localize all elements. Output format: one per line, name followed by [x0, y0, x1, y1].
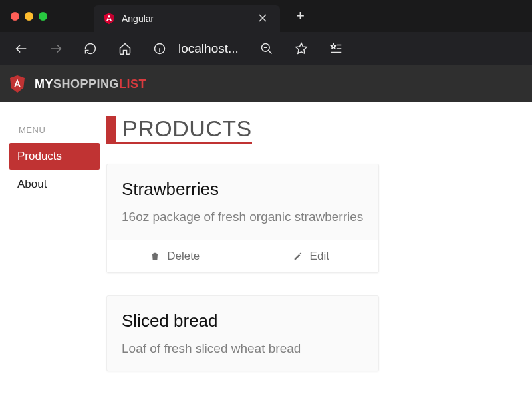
- card-body: Sliced bread Loaf of fresh sliced wheat …: [107, 296, 378, 371]
- tab-close-button[interactable]: [255, 11, 271, 26]
- star-list-icon: [329, 41, 343, 56]
- edit-label: Edit: [310, 250, 329, 263]
- window-close-button[interactable]: [11, 12, 19, 21]
- home-icon: [118, 42, 132, 55]
- sidebar-item-about[interactable]: About: [9, 171, 100, 198]
- star-icon: [295, 42, 308, 55]
- tab-title: Angular: [122, 13, 255, 24]
- browser-toolbar: localhost...: [0, 32, 532, 65]
- arrow-right-icon: [49, 41, 63, 56]
- main-panel: PRODUCTS Strawberries 16oz package of fr…: [100, 116, 532, 394]
- edit-icon: [293, 251, 303, 262]
- window-titlebar: Angular +: [0, 0, 532, 32]
- page-title-wrap: PRODUCTS: [106, 116, 252, 144]
- product-card: Strawberries 16oz package of fresh organ…: [106, 164, 379, 273]
- favorite-button[interactable]: [292, 39, 311, 58]
- back-button[interactable]: [12, 39, 31, 58]
- arrow-left-icon: [14, 41, 29, 56]
- menu-label: MENU: [19, 125, 100, 135]
- product-description: Loaf of fresh sliced wheat bread: [122, 339, 364, 358]
- sidebar-item-label: About: [17, 178, 47, 190]
- home-button[interactable]: [116, 39, 134, 58]
- sidebar-item-label: Products: [17, 150, 62, 162]
- reload-button[interactable]: [81, 39, 100, 58]
- page-title: PRODUCTS: [122, 116, 252, 142]
- url-text: localhost...: [178, 41, 239, 56]
- page-title-accent: [106, 116, 116, 142]
- reload-icon: [84, 42, 97, 55]
- card-body: Strawberries 16oz package of fresh organ…: [107, 164, 378, 240]
- edit-button[interactable]: Edit: [243, 240, 379, 272]
- sidebar-item-products[interactable]: Products: [9, 143, 100, 170]
- info-icon: [153, 42, 166, 55]
- zoom-out-icon: [260, 42, 273, 55]
- sidebar: MENU Products About: [17, 116, 100, 394]
- product-name: Strawberries: [122, 179, 364, 200]
- delete-label: Delete: [167, 250, 200, 263]
- trash-icon: [150, 251, 160, 262]
- card-actions: Delete Edit: [107, 240, 378, 272]
- product-card: Sliced bread Loaf of fresh sliced wheat …: [106, 296, 379, 372]
- window-controls: [11, 12, 47, 21]
- app-header: MYSHOPPINGLIST: [0, 65, 532, 102]
- new-tab-button[interactable]: +: [291, 5, 310, 27]
- product-description: 16oz package of fresh organic strawberri…: [122, 208, 364, 226]
- content-area: MENU Products About PRODUCTS Strawberrie…: [0, 102, 532, 394]
- window-maximize-button[interactable]: [39, 12, 47, 21]
- zoom-out-button[interactable]: [257, 39, 276, 58]
- close-icon: [259, 14, 267, 22]
- brand-part-3: LIST: [119, 77, 146, 91]
- brand-shield-icon: [9, 75, 25, 93]
- brand-part-2: SHOPPING: [53, 77, 119, 91]
- address-bar[interactable]: localhost...: [150, 39, 239, 58]
- forward-button[interactable]: [47, 39, 65, 58]
- reading-list-button[interactable]: [327, 39, 345, 58]
- brand-text: MYSHOPPINGLIST: [35, 77, 146, 91]
- product-name: Sliced bread: [122, 311, 364, 331]
- brand-part-1: MY: [35, 77, 53, 91]
- angular-icon: [103, 13, 115, 25]
- delete-button[interactable]: Delete: [107, 240, 243, 272]
- site-info-button[interactable]: [150, 39, 169, 58]
- browser-tab[interactable]: Angular: [94, 5, 280, 32]
- window-minimize-button[interactable]: [25, 12, 33, 21]
